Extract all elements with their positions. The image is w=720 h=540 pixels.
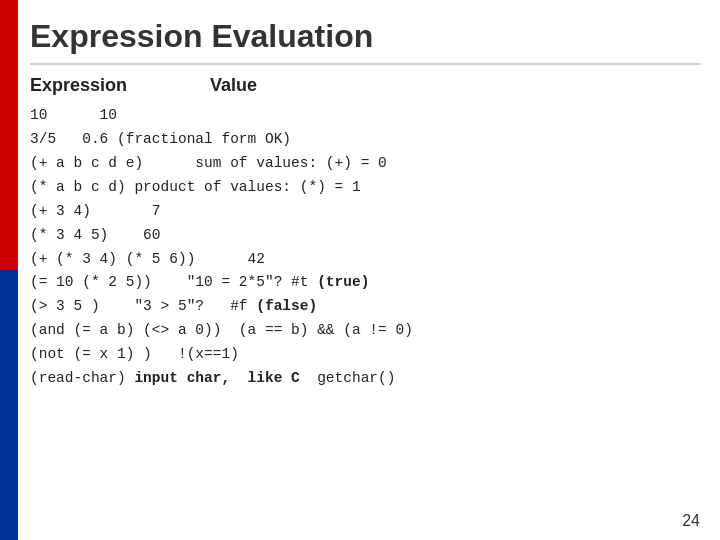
col-expression-header: Expression [30,75,150,96]
slide-title: Expression Evaluation [30,10,700,65]
line-4: (* a b c d) product of values: (*) = 1 [30,179,361,195]
line-3: (+ a b c d e) sum of values: (+) = 0 [30,155,387,171]
line-7: (+ (* 3 4) (* 5 6)) 42 [30,251,265,267]
col-value-header: Value [210,75,257,96]
line-12: (read-char) input char, like C getchar() [30,370,395,386]
content-area: Expression Value 10 10 3/5 0.6 (fraction… [30,75,700,500]
page-number: 24 [682,512,700,530]
table-header: Expression Value [30,75,700,96]
line-9: (> 3 5 ) "3 > 5"? #f (false) [30,298,317,314]
line-1: 10 10 [30,107,117,123]
line-5: (+ 3 4) 7 [30,203,161,219]
slide-container: Expression Evaluation Expression Value 1… [0,0,720,540]
line-6: (* 3 4 5) 60 [30,227,161,243]
title-area: Expression Evaluation [30,10,700,75]
line-2: 3/5 0.6 (fractional form OK) [30,131,291,147]
bold-true: (true) [317,274,369,290]
line-10: (and (= a b) (<> a 0)) (a == b) && (a !=… [30,322,413,338]
color-bar-red [0,0,18,270]
line-8: (= 10 (* 2 5)) "10 = 2*5"? #t (true) [30,274,369,290]
bold-input-char: input char, like C [134,370,299,386]
color-bar-blue [0,270,18,540]
bold-false: (false) [256,298,317,314]
line-11: (not (= x 1) ) !(x==1) [30,346,239,362]
code-block: 10 10 3/5 0.6 (fractional form OK) (+ a … [30,104,700,391]
